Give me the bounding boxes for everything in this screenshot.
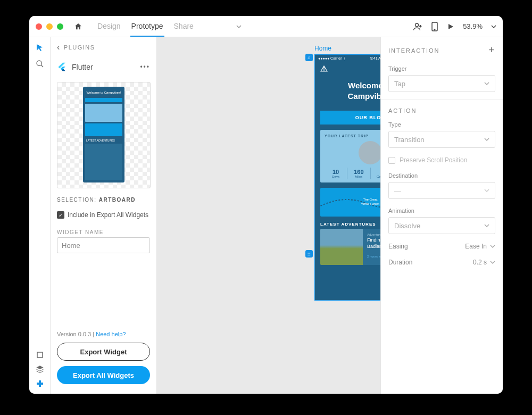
select-tool-icon[interactable] (36, 44, 44, 52)
export-all-button[interactable]: Export All Widgets (57, 366, 150, 384)
plugin-panel: ‹ PLUGINS Flutter ••• Welcome to Campvib… (51, 37, 157, 394)
interaction-heading: INTERACTION (388, 47, 440, 54)
export-widget-button[interactable]: Export Widget (57, 343, 150, 361)
version-text: Version 0.0.3 | Need help? (57, 331, 150, 337)
tool-rail (29, 37, 51, 394)
tab-prototype[interactable]: Prototype (130, 16, 164, 37)
selection-label: SELECTION: ARTBOARD (51, 194, 156, 206)
artboard-preview: Welcome to Campvibes! LATEST ADVENTURES (57, 82, 151, 188)
panel-header: ‹ PLUGINS (51, 37, 156, 57)
include-export-checkbox[interactable]: ✓ Include in Export All Widgets (51, 206, 156, 224)
trigger-label: Trigger (388, 65, 495, 72)
app-window: Design Prototype Share 53.9% (29, 16, 503, 394)
doc-dropdown-icon[interactable] (236, 24, 242, 29)
status-bar: ●●●●● Carrier ⋮ 9:41 AM ⧗ 42% ▮ (315, 55, 380, 62)
easing-label: Easing (388, 243, 408, 250)
our-blog-button: OUR BLOG (320, 111, 380, 124)
artboard-name[interactable]: Home (314, 45, 331, 52)
mini-adv-label: LATEST ADVENTURES (85, 138, 122, 142)
svg-rect-4 (37, 352, 43, 358)
search-icon[interactable] (36, 60, 44, 68)
duration-input[interactable]: 0.2 s (473, 259, 495, 266)
easing-select[interactable]: Ease In (465, 243, 495, 250)
invite-icon[interactable] (413, 22, 422, 31)
svg-point-2 (434, 29, 435, 30)
destination-label: Destination (388, 172, 495, 179)
layers-icon[interactable] (36, 365, 44, 374)
svg-point-0 (415, 23, 419, 27)
artboard-scroll-badge[interactable]: ≡ (305, 250, 313, 258)
back-icon[interactable]: ‹ (57, 43, 61, 52)
zoom-window-button[interactable] (57, 23, 63, 30)
inspector: INTERACTION + Trigger Tap ACTION Type Tr… (380, 37, 503, 394)
action-heading: ACTION (381, 99, 503, 117)
canvas[interactable]: Home ⌂ ≡ › ●●●●● Carrier ⋮ 9:41 AM ⧗ 42%… (157, 37, 380, 394)
adventure-item: Adventures Finding Beauty in the Badland… (320, 229, 380, 265)
close-window-button[interactable] (36, 23, 42, 30)
play-icon[interactable] (447, 23, 454, 30)
widget-name-label: WIDGET NAME (51, 224, 156, 237)
zoom-dropdown-icon[interactable] (491, 24, 496, 29)
artboard-home[interactable]: ⌂ ≡ › ●●●●● Carrier ⋮ 9:41 AM ⧗ 42% ▮ We… (314, 54, 380, 301)
animation-label: Animation (388, 208, 495, 214)
flutter-logo-icon (57, 62, 68, 72)
plugin-menu-icon[interactable]: ••• (140, 63, 150, 71)
window-controls (36, 23, 63, 30)
plugins-icon[interactable] (36, 380, 44, 387)
welcome-title: Welcome toCampvibes! (315, 75, 380, 111)
trigger-select[interactable]: Tap (388, 75, 495, 92)
home-icon[interactable] (74, 22, 82, 31)
add-interaction-icon[interactable]: + (488, 45, 495, 56)
destination-select[interactable]: — (388, 182, 495, 199)
preserve-scroll-checkbox[interactable]: Preserve Scroll Position (381, 152, 503, 168)
device-preview-icon[interactable] (431, 22, 438, 31)
minimize-window-button[interactable] (46, 23, 53, 30)
check-icon: ✓ (57, 211, 64, 219)
duration-label: Duration (388, 259, 412, 266)
plugin-row: Flutter ••• (51, 57, 156, 77)
latest-adventures-label: LATEST ADVENTURES (315, 217, 380, 229)
svg-point-3 (37, 61, 41, 65)
map-card: The GreatWhite Forest (320, 188, 380, 217)
animation-select[interactable]: Dissolve (388, 217, 495, 234)
artboard-icon[interactable] (36, 351, 44, 359)
widget-name-input[interactable]: Home (57, 237, 150, 253)
latest-trip-card: YOUR LATEST TRIP 10Days 160Miles 5Camps … (320, 130, 380, 182)
panel-title: PLUGINS (64, 44, 95, 51)
type-label: Type (388, 121, 495, 128)
help-link[interactable]: Need help? (96, 331, 126, 337)
mini-title: Welcome to Campvibes! (85, 89, 122, 96)
plugin-name: Flutter (72, 63, 93, 71)
zoom-level[interactable]: 53.9% (463, 22, 483, 30)
artboard-home-badge[interactable]: ⌂ (305, 54, 313, 61)
tab-share[interactable]: Share (173, 16, 195, 37)
titlebar: Design Prototype Share 53.9% (29, 16, 503, 37)
tab-design[interactable]: Design (96, 16, 122, 37)
type-select[interactable]: Transition (388, 131, 495, 148)
tent-icon (320, 65, 328, 72)
mode-tabs: Design Prototype Share (96, 16, 195, 37)
